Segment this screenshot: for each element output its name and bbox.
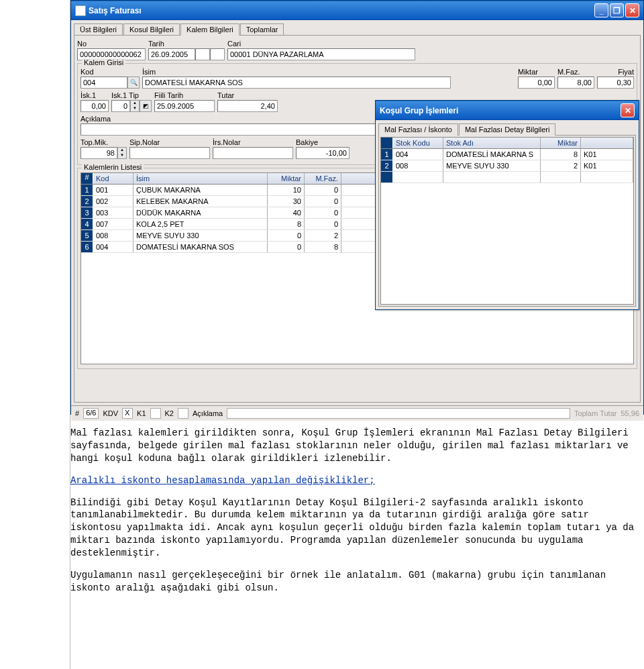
- col-miktar[interactable]: Miktar: [268, 173, 305, 184]
- status-k1-val[interactable]: [150, 408, 161, 419]
- status-rec-label: #: [75, 409, 79, 417]
- pcol-miktar[interactable]: Miktar: [541, 138, 581, 148]
- cari-label: Cari: [227, 40, 415, 48]
- doc-p1: Mal fazlası kalemleri girildikten sonra,…: [70, 427, 639, 465]
- sipnolar-input[interactable]: [129, 147, 210, 159]
- col-kod[interactable]: Kod: [93, 173, 133, 184]
- isk1tip-label: Isk.1 Tip: [111, 91, 152, 99]
- sipnolar-label: Sip.Nolar: [129, 138, 210, 146]
- status-rec-val: 6/6: [83, 408, 99, 419]
- window-satis-faturasi: Satış Faturası _ ❐ ✕ Üst Bilgileri Kosul…: [70, 0, 644, 415]
- popup-row-empty[interactable]: [381, 172, 633, 183]
- popup-table-row[interactable]: 1004DOMATESLİ MAKARNA S8K01: [381, 149, 633, 160]
- status-k2-val[interactable]: [178, 408, 189, 419]
- col-mfaz[interactable]: M.Faz.: [305, 173, 341, 184]
- topmik-up[interactable]: ▲: [118, 148, 126, 153]
- isk1tip-stepper[interactable]: ▲ ▼: [130, 100, 140, 112]
- doc-heading: Aralıklı iskonto hesaplamasında yapılan …: [70, 474, 639, 487]
- isk1tip-up[interactable]: ▲: [131, 101, 139, 106]
- kod-lookup-button[interactable]: 🔍: [127, 76, 140, 89]
- tab-ust-bilgileri[interactable]: Üst Bilgileri: [74, 23, 123, 36]
- pcol-extra[interactable]: [581, 138, 633, 148]
- fiili-tarih-input[interactable]: [154, 100, 215, 112]
- isim-input[interactable]: [142, 76, 451, 89]
- tab-kosul-bilgileri[interactable]: Kosul Bilgileri: [123, 23, 180, 36]
- mfaz-label: M.Faz.: [557, 68, 594, 76]
- status-kdv-label: KDV: [103, 409, 118, 417]
- status-bar: # 6/6 KDV X K1 K2 Açıklama Toplam Tutar …: [71, 405, 643, 421]
- grid-popup[interactable]: Stok Kodu Stok Adı Miktar 1004DOMATESLİ …: [380, 137, 634, 305]
- liste-legend: Kalemlerin Listesi: [82, 163, 144, 171]
- popup-title: Koşul Grup İşlemleri: [380, 106, 458, 115]
- tarih-label: Tarih: [148, 40, 225, 48]
- tarih-extra1[interactable]: [195, 48, 210, 60]
- miktar-label: Miktar: [518, 68, 555, 76]
- isk1tip-down[interactable]: ▼: [131, 106, 139, 111]
- kalem-girisi-legend: Kalem Girisi: [82, 58, 125, 66]
- topmik-stepper[interactable]: ▲ ▼: [117, 147, 127, 159]
- isk1tip-input[interactable]: [111, 100, 130, 112]
- tab-mal-fazlasi-iskonto[interactable]: Mal Fazlası / İskonto: [378, 123, 458, 136]
- pcol-num[interactable]: [381, 138, 393, 148]
- restore-button[interactable]: ❐: [610, 3, 624, 17]
- mfaz-input[interactable]: [557, 76, 594, 89]
- status-aciklama-label: Açıklama: [193, 409, 223, 417]
- isk1-label: İsk.1: [80, 91, 109, 99]
- col-num[interactable]: #: [81, 173, 93, 184]
- app-icon: [75, 5, 86, 16]
- tab-toplamlar[interactable]: Toplamlar: [240, 23, 284, 36]
- cari-input[interactable]: [227, 48, 415, 60]
- col-isim[interactable]: İsim: [133, 173, 268, 184]
- status-k1-label: K1: [137, 409, 146, 417]
- tarih-extra2[interactable]: [210, 48, 225, 60]
- isk1tip-icon-button[interactable]: ◩: [140, 100, 152, 112]
- pcol-stok-kodu[interactable]: Stok Kodu: [393, 138, 443, 148]
- doc-p2: Bilindiği gibi Detay Koşul Kayıtlarının …: [70, 497, 639, 560]
- irsnolar-label: İrs.Nolar: [213, 138, 293, 146]
- minimize-button[interactable]: _: [594, 3, 608, 17]
- status-kdv-val[interactable]: X: [122, 408, 133, 419]
- bakiye-input[interactable]: [296, 147, 350, 159]
- tab-mal-fazlasi-detay[interactable]: Mal Fazlası Detay Bilgileri: [459, 123, 556, 136]
- tarih-input[interactable]: [148, 48, 195, 60]
- isim-label: İsim: [142, 68, 515, 76]
- status-aciklama-val[interactable]: [227, 408, 570, 419]
- popup-close-button[interactable]: ✕: [621, 103, 635, 117]
- fiyat-input[interactable]: [597, 76, 634, 89]
- miktar-input[interactable]: [518, 76, 555, 89]
- window-kosul-grup-islemleri[interactable]: Koşul Grup İşlemleri ✕ Mal Fazlası / İsk…: [375, 100, 639, 310]
- doc-p3: Uygulamanın nasıl gerçekleşeceğini bir ö…: [70, 569, 639, 595]
- topmik-label: Top.Mik.: [80, 138, 127, 146]
- tutar-label: Tutar: [217, 91, 278, 99]
- tabs-popup: Mal Fazlası / İskonto Mal Fazlası Detay …: [376, 120, 639, 135]
- no-label: No: [77, 40, 146, 48]
- pcol-stok-adi[interactable]: Stok Adı: [443, 138, 541, 148]
- status-toplam-label: Toplam Tutar: [574, 409, 617, 417]
- irsnolar-input[interactable]: [213, 147, 293, 159]
- status-toplam-val: 55,96: [621, 409, 639, 417]
- isk1-input[interactable]: [80, 100, 109, 112]
- bakiye-label: Bakiye: [296, 138, 350, 146]
- topmik-down[interactable]: ▼: [118, 153, 126, 158]
- tutar-input[interactable]: [217, 100, 278, 112]
- status-k2-label: K2: [165, 409, 174, 417]
- kod-label: Kod: [80, 68, 140, 76]
- panel-popup: Stok Kodu Stok Adı Miktar 1004DOMATESLİ …: [378, 135, 636, 307]
- popup-table-row[interactable]: 2008MEYVE SUYU 3302K01: [381, 160, 633, 172]
- fiyat-label: Fiyat: [597, 68, 634, 76]
- titlebar-main[interactable]: Satış Faturası _ ❐ ✕: [71, 1, 643, 20]
- topmik-input[interactable]: [80, 147, 117, 159]
- close-button[interactable]: ✕: [625, 3, 639, 17]
- tabs-main: Üst Bilgileri Kosul Bilgileri Kalem Bilg…: [71, 20, 643, 35]
- window-title: Satış Faturası: [89, 6, 142, 15]
- titlebar-popup[interactable]: Koşul Grup İşlemleri ✕: [376, 101, 639, 120]
- fiili-tarih-label: Fiili Tarih: [154, 91, 215, 99]
- document-text: Mal fazlası kalemleri girildikten sonra,…: [70, 415, 644, 609]
- tab-kalem-bilgileri[interactable]: Kalem Bilgileri: [180, 23, 239, 36]
- kod-input[interactable]: [80, 76, 127, 89]
